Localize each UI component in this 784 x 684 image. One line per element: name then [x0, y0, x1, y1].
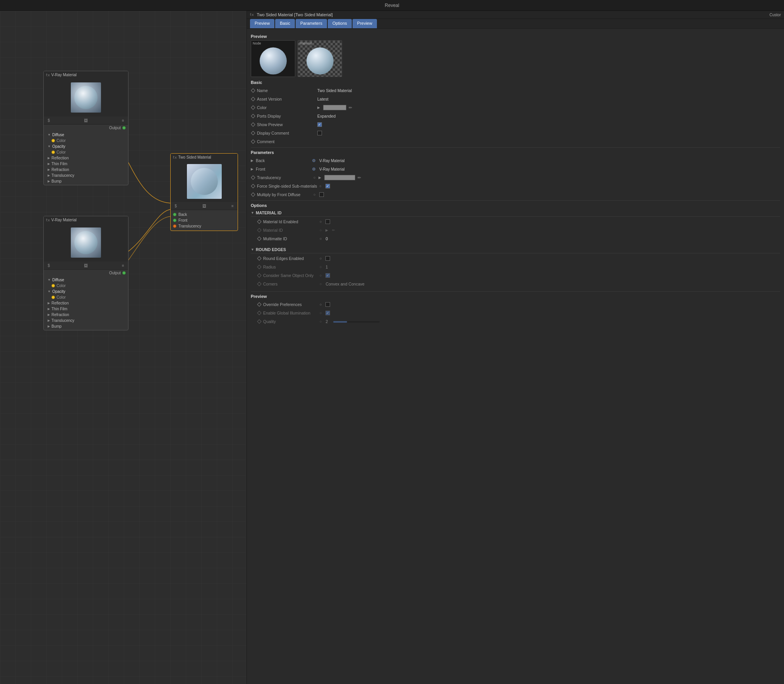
node-2-bump-chevron: ▶ — [48, 325, 50, 328]
node-1-ocolor-port[interactable] — [51, 150, 55, 154]
node-1-header: f:x V-Ray Material — [44, 71, 128, 79]
node-1-translucency-row: ▶ Translucency — [44, 173, 128, 178]
multimatte-id-port: ○ — [320, 237, 322, 241]
enable-gi-label: Enable Global Illumination — [263, 311, 317, 315]
two-sided-translucency-port[interactable] — [173, 224, 176, 228]
node-2-image-icon[interactable]: 🖼 — [83, 263, 89, 268]
node-1-output-port[interactable] — [122, 126, 126, 130]
node-2-opacity-row: ▼ Opacity — [44, 289, 128, 294]
mat-id-port: ○ — [320, 228, 322, 232]
tab-parameters[interactable]: Parameters — [296, 19, 327, 28]
prop-color-label: Color — [257, 105, 315, 110]
node-1-thumb — [71, 82, 101, 113]
param-translucency-edit-icon[interactable]: ✏ — [358, 175, 361, 180]
preview-node-sphere — [260, 47, 287, 74]
quality-row: Quality ○ 2 — [251, 317, 780, 326]
param-multiply-checkbox[interactable] — [319, 192, 324, 197]
prop-color-swatch[interactable] — [323, 105, 346, 110]
node-1-refraction-chevron: ▶ — [48, 168, 50, 171]
node-1-ocolor-row: Color — [44, 149, 128, 155]
node-1-controls[interactable]: $ 🖼 ≡ — [44, 116, 128, 125]
node-1-dollar-icon[interactable]: $ — [46, 118, 51, 123]
vray-material-node-1[interactable]: f:x V-Ray Material $ 🖼 ≡ Output ▼ Di — [43, 71, 128, 185]
prop-show-preview-checkbox[interactable] — [317, 122, 322, 127]
two-sided-translucency-label: Translucency — [178, 224, 201, 228]
param-translucency-swatch[interactable] — [324, 175, 355, 180]
param-front-label: Front — [256, 167, 310, 171]
prop-name-diamond — [251, 88, 255, 92]
prop-color-edit-icon[interactable]: ✏ — [349, 105, 352, 110]
prop-ports-diamond — [251, 114, 255, 118]
tab-basic[interactable]: Basic — [275, 19, 295, 28]
options-section-title: Options — [251, 203, 780, 208]
node-2-color-port[interactable] — [51, 284, 55, 287]
prop-show-preview-diamond — [251, 122, 255, 127]
param-back-expand: ▶ — [251, 159, 253, 162]
node-1-color-port[interactable] — [51, 139, 55, 142]
mat-id-edit-icon: ✏ — [332, 228, 335, 232]
override-prefs-row: Override Preferences ○ — [251, 300, 780, 309]
prop-comment-diamond — [251, 139, 255, 144]
node-2-reflection-label: Reflection — [51, 301, 68, 305]
node-2-menu-icon[interactable]: ≡ — [120, 263, 126, 268]
node-1-menu-icon[interactable]: ≡ — [120, 118, 126, 123]
tab-options[interactable]: Options — [328, 19, 352, 28]
preview-node-label: Node — [253, 41, 261, 45]
preview-section-title: Preview — [251, 34, 780, 39]
round-edges-enabled-port: ○ — [320, 256, 322, 260]
consider-same-checkbox[interactable] — [325, 273, 330, 278]
prop-display-comment-label: Display Comment — [257, 131, 315, 135]
prop-display-comment-checkbox[interactable] — [317, 131, 322, 135]
material-id-header[interactable]: ▼ MATERIAL ID — [251, 209, 780, 217]
two-sided-front-port[interactable] — [173, 219, 176, 222]
vray-material-node-2[interactable]: f:x V-Ray Material $ 🖼 ≡ Output ▼ Di — [43, 216, 128, 330]
two-sided-node[interactable]: f:x Two Sided Material $ 🖼 ≡ Back — [170, 153, 238, 231]
mat-id-enabled-checkbox[interactable] — [325, 219, 330, 224]
corners-row: Corners ○ Convex and Concave — [251, 280, 780, 288]
node-2-translucency-label: Translucency — [51, 318, 74, 323]
node-1-opacity-chevron: ▼ — [48, 145, 51, 148]
node-2-controls[interactable]: $ 🖼 ≡ — [44, 262, 128, 270]
mat-id-diamond — [257, 228, 261, 232]
two-sided-thumb-container — [171, 161, 238, 202]
param-force-single-checkbox[interactable] — [325, 184, 330, 188]
tab-preview-1[interactable]: Preview — [250, 19, 274, 28]
top-bar-title: Reveal — [385, 3, 399, 8]
mat-id-enabled-diamond — [257, 219, 261, 224]
node-2-dollar-icon[interactable]: $ — [46, 263, 51, 268]
two-sided-menu-icon[interactable]: ≡ — [230, 203, 235, 209]
param-translucency-port: ○ — [313, 176, 315, 180]
param-force-single-diamond — [251, 184, 255, 188]
prop-show-preview-row: Show Preview — [251, 120, 780, 129]
node-2-opacity-chevron: ▼ — [48, 290, 51, 293]
two-sided-thumb — [187, 164, 222, 199]
two-sided-translucency-row: Translucency — [173, 223, 235, 229]
radius-label: Radius — [263, 265, 317, 269]
two-sided-image-icon[interactable]: 🖼 — [202, 203, 207, 209]
round-edges-header[interactable]: ▼ ROUND EDGES — [251, 246, 780, 253]
param-translucency-label: Translucency — [257, 175, 311, 180]
node-1-image-icon[interactable]: 🖼 — [83, 118, 89, 123]
node-1-reflection-chevron: ▶ — [48, 156, 50, 160]
node-2-diffuse-row: ▼ Diffuse — [44, 277, 128, 283]
prop-comment-row: Comment — [251, 137, 780, 146]
two-sided-controls[interactable]: $ 🖼 ≡ — [171, 202, 238, 210]
options-preview-title: Preview — [251, 294, 780, 299]
override-prefs-checkbox[interactable] — [325, 302, 330, 307]
round-edges-subsection: ▼ ROUND EDGES Round Edges Enabled ○ Radi… — [251, 246, 780, 288]
node-2-output-port[interactable] — [122, 271, 126, 275]
node-2-ocolor-port[interactable] — [51, 296, 55, 299]
panel-content[interactable]: Preview Node Material Basic Name Two Sid… — [247, 29, 784, 684]
canvas-area[interactable]: f:x V-Ray Material $ 🖼 ≡ Output ▼ Di — [0, 11, 247, 684]
node-2-ocolor-row: Color — [44, 294, 128, 300]
node-2-refraction-label: Refraction — [51, 313, 69, 317]
round-edges-enabled-checkbox[interactable] — [325, 256, 330, 261]
param-front-expand: ▶ — [251, 167, 253, 171]
enable-gi-checkbox[interactable] — [325, 311, 330, 315]
node-1-bump-row: ▶ Bump — [44, 178, 128, 184]
two-sided-back-port[interactable] — [173, 213, 176, 216]
node-2-thumb — [71, 227, 101, 258]
two-sided-dollar-icon[interactable]: $ — [173, 203, 178, 209]
quality-slider[interactable] — [333, 321, 380, 323]
tab-preview-2[interactable]: Preview — [353, 19, 377, 28]
